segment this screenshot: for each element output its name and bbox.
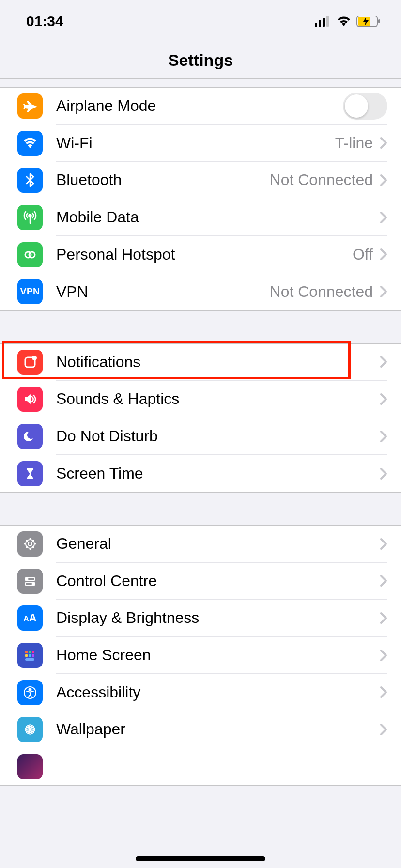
svg-point-14 — [28, 542, 32, 546]
settings-group-connectivity: Airplane Mode Wi-Fi T-line Bluetooth Not… — [0, 87, 401, 311]
svg-rect-32 — [32, 654, 34, 657]
cellular-icon — [315, 16, 331, 27]
row-label: Personal Hotspot — [56, 246, 353, 264]
chevron-right-icon — [380, 211, 387, 224]
row-label: Screen Time — [56, 465, 380, 482]
row-wifi[interactable]: Wi-Fi T-line — [0, 125, 401, 162]
status-time: 01:34 — [26, 13, 63, 30]
wifi-icon — [336, 16, 352, 27]
chevron-right-icon — [380, 356, 387, 368]
settings-group-notifications: Notifications Sounds & Haptics Do Not Di… — [0, 343, 401, 493]
row-label: Wallpaper — [56, 720, 380, 738]
row-value: Not Connected — [270, 171, 373, 189]
svg-point-44 — [30, 726, 34, 730]
row-value: T-line — [335, 134, 373, 152]
row-vpn[interactable]: VPN VPN Not Connected — [0, 273, 401, 310]
accessibility-icon — [17, 680, 43, 705]
row-control-centre[interactable]: Control Centre — [0, 563, 401, 600]
hotspot-icon — [17, 242, 43, 267]
row-label: Wi-Fi — [56, 134, 335, 152]
chevron-right-icon — [380, 612, 387, 624]
row-label: Mobile Data — [56, 208, 380, 226]
svg-point-26 — [32, 583, 34, 585]
home-indicator[interactable] — [136, 856, 265, 861]
row-label: Control Centre — [56, 572, 380, 590]
row-wallpaper[interactable]: Wallpaper — [0, 711, 401, 748]
svg-point-10 — [29, 252, 35, 258]
row-mobile-data[interactable]: Mobile Data — [0, 199, 401, 236]
row-value: Off — [353, 246, 373, 264]
row-notifications[interactable]: Notifications — [0, 344, 401, 381]
row-partial[interactable] — [0, 748, 401, 786]
row-label: Airplane Mode — [56, 97, 343, 115]
chevron-right-icon — [380, 174, 387, 186]
row-value: Not Connected — [270, 283, 373, 301]
status-bar: 01:34 — [0, 0, 401, 43]
row-home-screen[interactable]: Home Screen — [0, 637, 401, 674]
antenna-icon — [17, 205, 43, 230]
chevron-right-icon — [380, 686, 387, 698]
hourglass-icon — [17, 461, 43, 486]
home-screen-icon — [17, 643, 43, 668]
row-label: VPN — [56, 283, 270, 301]
svg-rect-28 — [29, 651, 31, 653]
chevron-right-icon — [380, 430, 387, 443]
vpn-icon: VPN — [17, 279, 43, 304]
chevron-right-icon — [380, 538, 387, 550]
battery-icon — [356, 16, 382, 27]
svg-rect-30 — [25, 654, 28, 657]
chevron-right-icon — [380, 248, 387, 261]
row-label: General — [56, 535, 380, 553]
svg-rect-0 — [315, 23, 317, 27]
chevron-right-icon — [380, 393, 387, 405]
row-label: Accessibility — [56, 683, 380, 701]
notifications-icon — [17, 350, 43, 375]
row-label: Display & Brightness — [56, 609, 380, 627]
row-bluetooth[interactable]: Bluetooth Not Connected — [0, 162, 401, 199]
settings-group-general: General Control Centre AA Display & Brig… — [0, 525, 401, 786]
row-label: Notifications — [56, 353, 380, 371]
chevron-right-icon — [380, 137, 387, 149]
chevron-right-icon — [380, 649, 387, 662]
row-label: Sounds & Haptics — [56, 390, 380, 408]
row-display-brightness[interactable]: AA Display & Brightness — [0, 600, 401, 637]
svg-rect-33 — [25, 658, 34, 661]
row-accessibility[interactable]: Accessibility — [0, 674, 401, 711]
status-indicators — [315, 16, 382, 27]
svg-rect-6 — [378, 19, 380, 23]
wifi-settings-icon — [17, 131, 43, 156]
svg-rect-29 — [32, 651, 34, 653]
svg-rect-27 — [25, 651, 28, 653]
gear-icon — [17, 531, 43, 557]
bluetooth-icon — [17, 168, 43, 193]
chevron-right-icon — [380, 285, 387, 298]
chevron-right-icon — [380, 723, 387, 736]
svg-rect-31 — [29, 654, 31, 657]
airplane-toggle[interactable] — [343, 93, 387, 120]
row-personal-hotspot[interactable]: Personal Hotspot Off — [0, 236, 401, 273]
chevron-right-icon — [380, 574, 387, 587]
row-airplane-mode[interactable]: Airplane Mode — [0, 88, 401, 125]
row-label: Bluetooth — [56, 171, 270, 189]
display-icon: AA — [17, 605, 43, 631]
row-label: Home Screen — [56, 646, 380, 664]
control-centre-icon — [17, 569, 43, 594]
row-label: Do Not Disturb — [56, 427, 380, 445]
moon-icon — [17, 424, 43, 449]
svg-rect-3 — [326, 16, 329, 27]
row-do-not-disturb[interactable]: Do Not Disturb — [0, 418, 401, 455]
svg-point-35 — [29, 688, 31, 691]
row-sounds-haptics[interactable]: Sounds & Haptics — [0, 381, 401, 418]
siri-icon — [17, 754, 43, 779]
chevron-right-icon — [380, 467, 387, 480]
svg-rect-2 — [323, 18, 325, 27]
airplane-icon — [17, 93, 43, 119]
wallpaper-icon — [17, 717, 43, 742]
svg-point-24 — [26, 578, 29, 580]
row-general[interactable]: General — [0, 526, 401, 563]
sounds-icon — [17, 387, 43, 412]
svg-point-12 — [32, 356, 37, 360]
row-screen-time[interactable]: Screen Time — [0, 455, 401, 492]
page-title: Settings — [168, 51, 233, 70]
svg-rect-1 — [319, 20, 321, 27]
